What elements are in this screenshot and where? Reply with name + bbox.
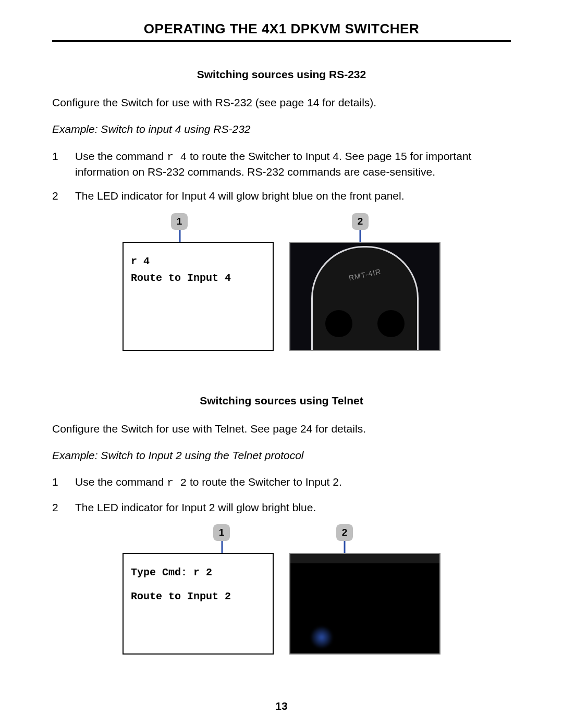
terminal-line: Route to Input 4: [131, 270, 265, 287]
step-number: 2: [52, 500, 75, 515]
rs232-example: Example: Switch to input 4 using RS-232: [52, 122, 511, 136]
telnet-example: Example: Switch to Input 2 using the Tel…: [52, 448, 511, 462]
callout-badge-2: 2: [336, 524, 353, 541]
step-number: 2: [52, 189, 75, 203]
device-photo: [289, 553, 440, 655]
step-text: Use the command r 4 to route the Switche…: [75, 149, 511, 180]
telnet-intro: Configure the Switch for use with Telnet…: [52, 422, 511, 436]
remote-icon: RMT-4IR: [311, 246, 419, 351]
step-text: The LED indicator for Input 2 will glow …: [75, 500, 511, 515]
page-number: 13: [0, 700, 563, 712]
remote-label: RMT-4IR: [348, 267, 382, 282]
terminal-box: r 4 Route to Input 4: [123, 242, 274, 351]
device-photo: RMT-4IR: [289, 242, 440, 351]
command-code: r 2: [167, 477, 187, 489]
step-text: The LED indicator for Input 4 will glow …: [75, 189, 511, 203]
rs232-intro: Configure the Switch for use with RS-232…: [52, 95, 511, 109]
section-title-rs232: Switching sources using RS-232: [52, 68, 511, 81]
rs232-step-2: 2 The LED indicator for Input 4 will glo…: [52, 189, 511, 203]
step-number: 1: [52, 149, 75, 180]
command-code: r 4: [167, 151, 187, 163]
telnet-step-1: 1 Use the command r 2 to route the Switc…: [52, 475, 511, 490]
callout-badge-1: 1: [213, 524, 230, 541]
step-text: Use the command r 2 to route the Switche…: [75, 475, 511, 490]
telnet-step-2: 2 The LED indicator for Input 2 will glo…: [52, 500, 511, 515]
callout-badge-2: 2: [352, 213, 369, 230]
terminal-box: Type Cmd: r 2 Route to Input 2: [123, 553, 274, 655]
page-header: OPERATING THE 4X1 DPKVM SWITCHER: [52, 21, 511, 42]
led-glow-icon: [310, 626, 333, 649]
terminal-line: r 4: [131, 253, 265, 270]
rs232-step-1: 1 Use the command r 4 to route the Switc…: [52, 149, 511, 180]
rs232-figure: 1 2 r 4 Route to Input 4 RMT-4IR: [76, 213, 487, 359]
terminal-line: Route to Input 2: [131, 588, 265, 605]
terminal-line: Type Cmd: r 2: [131, 564, 265, 581]
callout-badge-1: 1: [171, 213, 188, 230]
section-title-telnet: Switching sources using Telnet: [52, 394, 511, 407]
page: OPERATING THE 4X1 DPKVM SWITCHER Switchi…: [0, 0, 563, 728]
step-number: 1: [52, 475, 75, 490]
telnet-figure: 1 2 Type Cmd: r 2 Route to Input 2: [76, 524, 487, 665]
